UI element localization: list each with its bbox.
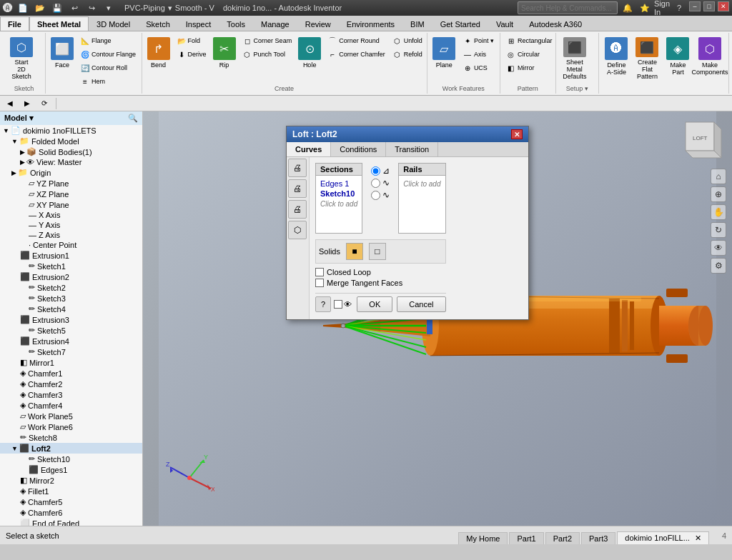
plane-button[interactable]: ▱ Plane bbox=[430, 34, 458, 83]
bend-button[interactable]: ↱ Bend bbox=[145, 34, 172, 83]
tab-inspect[interactable]: Inspect bbox=[178, 16, 219, 31]
expand-icon[interactable]: ▼ bbox=[11, 138, 18, 145]
tree-item[interactable]: ▶📦Solid Bodies(1) bbox=[0, 146, 142, 157]
expand-icon[interactable]: ▶ bbox=[11, 169, 16, 176]
nav-orbit[interactable]: ↻ bbox=[711, 222, 726, 238]
tree-item[interactable]: ◧Mirror2 bbox=[0, 475, 142, 486]
tree-item[interactable]: ▱YZ Plane bbox=[0, 178, 142, 189]
sections-edges1[interactable]: Edges 1 bbox=[319, 179, 359, 189]
tree-item[interactable]: ◈Chamfer5 bbox=[0, 496, 142, 507]
tree-item[interactable]: —Y Axis bbox=[0, 220, 142, 230]
tree-item[interactable]: ▶📁Origin bbox=[0, 167, 142, 178]
rails-add[interactable]: Click to add bbox=[402, 179, 442, 189]
ucs-button[interactable]: ⊕ UCS bbox=[460, 61, 497, 74]
dialog-close-button[interactable]: ✕ bbox=[511, 129, 523, 139]
tree-item[interactable]: ⬜End of Faded bbox=[0, 518, 142, 526]
tree-item[interactable]: ✏Sketch7 bbox=[0, 346, 142, 357]
tab-get-started[interactable]: Get Started bbox=[432, 16, 488, 31]
tab-autodesk-a360[interactable]: Autodesk A360 bbox=[521, 16, 590, 31]
tab-review[interactable]: Review bbox=[297, 16, 339, 31]
tree-item[interactable]: ✏Sketch8 bbox=[0, 432, 142, 443]
merge-tangent-checkbox[interactable] bbox=[315, 279, 324, 287]
tree-item[interactable]: ◈Chamfer2 bbox=[0, 379, 142, 389]
favorites-icon[interactable]: ⭐ bbox=[638, 1, 652, 14]
tree-item[interactable]: ◈Fillet1 bbox=[0, 486, 142, 496]
nav-zoom[interactable]: ⊕ bbox=[711, 186, 726, 202]
expand-icon[interactable]: ▶ bbox=[20, 159, 25, 166]
qat-redo[interactable]: ↪ bbox=[84, 1, 99, 14]
win-maximize[interactable]: □ bbox=[703, 1, 715, 11]
corner-round-button[interactable]: ⌒ Corner Round bbox=[325, 34, 388, 47]
qat-undo[interactable]: ↩ bbox=[67, 1, 81, 14]
tab-bim[interactable]: BIM bbox=[402, 16, 432, 31]
tree-item[interactable]: ◧Mirror1 bbox=[0, 357, 142, 368]
tree-item[interactable]: ▱XZ Plane bbox=[0, 189, 142, 199]
tree-item[interactable]: ✏Sketch3 bbox=[0, 293, 142, 304]
tree-item[interactable]: ▼📁Folded Model bbox=[0, 136, 142, 146]
flange-button[interactable]: 📐 Flange bbox=[77, 34, 139, 47]
qat-more[interactable]: ▾ bbox=[102, 1, 116, 14]
nav-settings[interactable]: ⚙ bbox=[711, 258, 726, 274]
tab-3d-model[interactable]: 3D Model bbox=[89, 16, 138, 31]
nav-pan[interactable]: ✋ bbox=[711, 204, 726, 220]
expand-icon[interactable]: ▼ bbox=[11, 445, 18, 452]
rip-button[interactable]: ✂ Rip bbox=[211, 34, 238, 83]
refresh-button[interactable]: ⟳ bbox=[37, 98, 51, 109]
back-button[interactable]: ◀ bbox=[3, 98, 17, 109]
tab-manage[interactable]: Manage bbox=[253, 16, 297, 31]
expand-icon[interactable]: ▶ bbox=[20, 149, 25, 156]
orientation-cube[interactable]: LOFT bbox=[682, 119, 725, 161]
tree-item[interactable]: ▼📄dokimio 1noFILLETS bbox=[0, 125, 142, 136]
contour-flange-button[interactable]: 🌀 Contour Flange bbox=[77, 48, 139, 61]
tree-item[interactable]: ⬛Extrusion2 bbox=[0, 271, 142, 282]
tree-item[interactable]: ⬛Extrusion3 bbox=[0, 314, 142, 325]
derive-button[interactable]: ⬇ Derive bbox=[174, 48, 209, 61]
tree-item[interactable]: ✏Sketch5 bbox=[0, 325, 142, 336]
sheet-metal-defaults-button[interactable]: ⬛ Sheet Metal Defaults bbox=[559, 34, 590, 83]
tree-item[interactable]: ✏Sketch10 bbox=[0, 454, 142, 464]
merge-tangent-item[interactable]: Merge Tangent Faces bbox=[315, 279, 446, 287]
tree-item[interactable]: ⬛Extrusion4 bbox=[0, 336, 142, 346]
tree-item[interactable]: ▱Work Plane5 bbox=[0, 411, 142, 421]
tab-sheet-metal[interactable]: Sheet Metal bbox=[29, 16, 89, 31]
3d-viewport[interactable]: LOFT ⌂ ⊕ ✋ ↻ 👁 ⚙ X Y Z bbox=[143, 111, 732, 526]
closed-loop-item[interactable]: Closed Loop bbox=[315, 268, 446, 276]
preview-checkbox[interactable] bbox=[334, 300, 342, 309]
dialog-tab-conditions[interactable]: Conditions bbox=[331, 142, 386, 156]
tree-item[interactable]: ◈Chamfer4 bbox=[0, 400, 142, 411]
status-tab-part2[interactable]: Part2 bbox=[545, 532, 580, 544]
make-components-button[interactable]: ⬡ Make Components bbox=[694, 34, 726, 83]
tab-environments[interactable]: Environments bbox=[339, 16, 402, 31]
axis-button[interactable]: — Axis bbox=[460, 48, 497, 61]
status-tab-part3[interactable]: Part3 bbox=[581, 532, 615, 544]
tree-item[interactable]: ◈Chamfer1 bbox=[0, 368, 142, 379]
tab-file[interactable]: File bbox=[0, 16, 29, 31]
search-input[interactable] bbox=[518, 1, 618, 14]
mirror-button[interactable]: ◧ Mirror bbox=[503, 61, 555, 74]
tree-item[interactable]: ✏Sketch1 bbox=[0, 261, 142, 271]
radio-item-2[interactable]: ∿ bbox=[371, 178, 390, 188]
tree-item[interactable]: ◈Chamfer6 bbox=[0, 507, 142, 518]
sections-sketch10[interactable]: Sketch10 bbox=[319, 189, 359, 199]
rails-body[interactable]: Click to add bbox=[399, 176, 445, 233]
corner-seam-button[interactable]: ◻ Corner Seam bbox=[239, 34, 295, 47]
help-icon[interactable]: ? bbox=[672, 1, 686, 14]
face-button[interactable]: ⬜ Face bbox=[49, 34, 76, 83]
radio-item-1[interactable]: ⊿ bbox=[371, 166, 390, 176]
dialog-tab-transition[interactable]: Transition bbox=[386, 142, 438, 156]
radio-1[interactable] bbox=[371, 166, 380, 176]
sections-body[interactable]: Edges 1 Sketch10 Click to add bbox=[316, 176, 362, 233]
circular-button[interactable]: ◎ Circular bbox=[503, 48, 555, 61]
hem-button[interactable]: ≡ Hem bbox=[77, 75, 139, 88]
nav-look[interactable]: 👁 bbox=[711, 240, 726, 256]
win-minimize[interactable]: – bbox=[689, 1, 701, 11]
expand-icon[interactable]: ▼ bbox=[3, 127, 9, 134]
create-flat-pattern-button[interactable]: ⬛ Create Flat Pattern bbox=[633, 34, 662, 83]
hole-button[interactable]: ⊙ Hole bbox=[296, 34, 323, 83]
punch-tool-button[interactable]: ⬡ Punch Tool bbox=[239, 48, 295, 61]
sign-in-btn[interactable]: Sign In bbox=[655, 1, 669, 14]
qat-new[interactable]: 📄 bbox=[16, 1, 30, 14]
tree-item[interactable]: ▱Work Plane6 bbox=[0, 421, 142, 432]
dlg-side-btn-1[interactable]: 🖨 bbox=[288, 159, 307, 177]
make-part-button[interactable]: ◈ Make Part bbox=[663, 34, 693, 83]
